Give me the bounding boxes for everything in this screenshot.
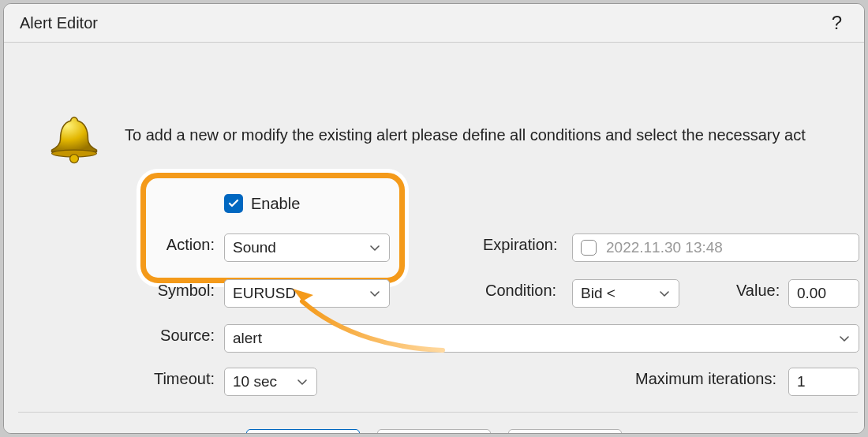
chevron-down-icon bbox=[838, 332, 851, 345]
condition-value: Bid < bbox=[581, 285, 615, 302]
source-select[interactable]: alert bbox=[224, 324, 859, 353]
expiration-field[interactable]: 2022.11.30 13:48 bbox=[572, 233, 859, 262]
expiration-label: Expiration: bbox=[483, 236, 558, 254]
highlight-box bbox=[140, 173, 405, 283]
source-value: alert bbox=[233, 330, 262, 347]
max-iterations-label: Maximum iterations: bbox=[635, 370, 776, 388]
chevron-down-icon bbox=[296, 375, 309, 388]
alert-editor-dialog: Alert Editor ? To add a new or modify th… bbox=[3, 3, 865, 434]
chevron-down-icon bbox=[369, 241, 381, 254]
titlebar: Alert Editor ? bbox=[4, 4, 864, 42]
dialog-client: To add a new or modify the existing aler… bbox=[4, 42, 864, 433]
ok-button[interactable]: OK bbox=[246, 429, 360, 434]
instruction-text: To add a new or modify the existing aler… bbox=[125, 126, 806, 144]
dialog-buttons: OK Test Cancel bbox=[4, 429, 864, 434]
expiration-checkbox[interactable] bbox=[581, 240, 597, 256]
enable-checkbox[interactable] bbox=[224, 194, 243, 213]
window-title: Alert Editor bbox=[20, 14, 98, 32]
max-iterations-input[interactable]: 1 bbox=[788, 368, 859, 396]
action-value: Sound bbox=[233, 239, 276, 256]
value-label: Value: bbox=[736, 282, 780, 300]
condition-label: Condition: bbox=[485, 282, 556, 300]
action-label: Action: bbox=[159, 236, 215, 254]
timeout-value: 10 sec bbox=[233, 373, 277, 390]
value-input[interactable]: 0.00 bbox=[788, 279, 859, 308]
max-iterations-value: 1 bbox=[797, 373, 806, 390]
expiration-value: 2022.11.30 13:48 bbox=[606, 239, 723, 256]
help-button[interactable]: ? bbox=[832, 12, 842, 34]
cancel-button[interactable]: Cancel bbox=[508, 429, 622, 434]
enable-label: Enable bbox=[251, 195, 300, 213]
symbol-select[interactable]: EURUSD bbox=[224, 279, 390, 308]
value-value: 0.00 bbox=[797, 285, 826, 302]
test-button[interactable]: Test bbox=[377, 429, 491, 434]
timeout-select[interactable]: 10 sec bbox=[224, 368, 317, 396]
timeout-label: Timeout: bbox=[147, 370, 215, 388]
symbol-label: Symbol: bbox=[153, 282, 215, 300]
bell-icon bbox=[47, 112, 102, 171]
svg-point-1 bbox=[70, 155, 79, 163]
separator bbox=[18, 412, 858, 413]
action-select[interactable]: Sound bbox=[224, 233, 390, 262]
condition-select[interactable]: Bid < bbox=[572, 279, 679, 308]
symbol-value: EURUSD bbox=[233, 285, 296, 302]
source-label: Source: bbox=[158, 327, 215, 345]
chevron-down-icon bbox=[369, 287, 381, 300]
chevron-down-icon bbox=[658, 287, 671, 300]
